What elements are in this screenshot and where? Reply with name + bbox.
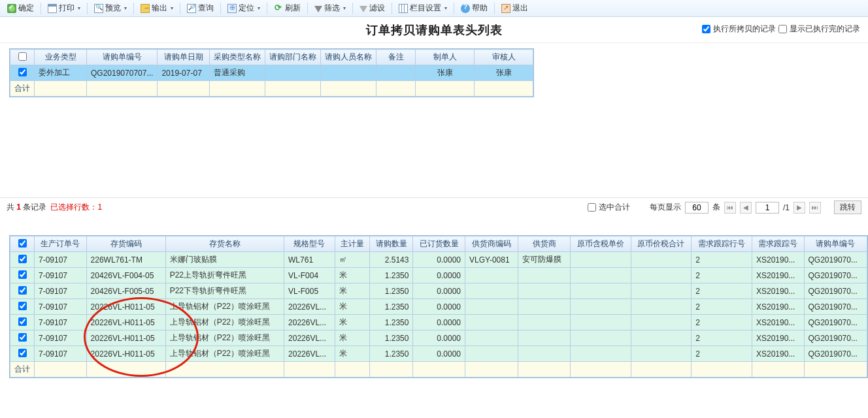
row-checkbox[interactable] <box>18 349 27 357</box>
row-checkbox[interactable] <box>18 68 27 76</box>
columns-button[interactable]: 栏目设置 <box>395 1 450 16</box>
column-header[interactable]: 已订货数量 <box>413 236 465 252</box>
column-header[interactable]: 制单人 <box>416 50 475 65</box>
column-header[interactable]: 请购单编号 <box>804 236 867 252</box>
separator <box>87 3 88 14</box>
status-bar: 共 1 条记录 已选择行数：1 选中合计 每页显示 条 ⏮ ◀ /1 ▶ ⏭ 跳… <box>0 197 868 217</box>
export-button[interactable]: 输出 <box>137 1 176 16</box>
row-checkbox[interactable] <box>18 286 27 295</box>
check-total-checkbox[interactable] <box>588 203 596 212</box>
preview-button[interactable]: 预览 <box>91 1 130 16</box>
column-header[interactable]: 请购部门名称 <box>265 50 321 65</box>
cell <box>570 315 631 330</box>
column-header[interactable]: 存货名称 <box>165 236 284 252</box>
show-done-checkbox[interactable] <box>778 25 787 33</box>
select-all-checkbox[interactable] <box>18 52 27 61</box>
column-header[interactable]: 请购单日期 <box>158 50 210 65</box>
table-row[interactable]: 7-0910720226VL-H011-05上导轨铝材（P22）喷涂旺黑2022… <box>10 299 867 315</box>
table-row[interactable]: 委外加工 QG2019070707... 2019-07-07 普通采购 张康 … <box>10 65 533 81</box>
column-header[interactable]: 业务类型 <box>35 50 87 65</box>
row-checkbox[interactable] <box>18 333 27 342</box>
cell-dept <box>265 65 321 81</box>
exit-icon <box>501 4 510 13</box>
column-header[interactable]: 审核人 <box>475 50 533 65</box>
separator <box>352 3 353 14</box>
cell <box>10 346 35 362</box>
column-header[interactable]: 生产订单号 <box>35 236 87 252</box>
exec-copied-checkbox[interactable] <box>702 25 710 33</box>
exit-button[interactable]: 退出 <box>498 1 531 16</box>
table-row[interactable]: 7-0910720226VL-H011-05上导轨铝材（P22）喷涂旺黑2022… <box>10 346 867 362</box>
cell <box>465 299 518 315</box>
cell: 2 <box>692 330 752 346</box>
separator <box>454 3 454 14</box>
page-size-input[interactable] <box>685 202 709 214</box>
column-header[interactable]: 请购人员名称 <box>321 50 376 65</box>
refresh-icon <box>274 4 283 13</box>
row-checkbox[interactable] <box>18 302 27 310</box>
filterset-label: 滤设 <box>369 3 385 14</box>
column-header[interactable]: 原币含税单价 <box>570 236 631 252</box>
select-all-checkbox[interactable] <box>18 239 27 248</box>
filter-button[interactable]: 筛选 <box>311 1 349 16</box>
column-header[interactable]: 规格型号 <box>284 236 335 252</box>
column-header[interactable]: 请购数量 <box>369 236 413 252</box>
column-header[interactable]: 存货编码 <box>86 236 165 252</box>
page-current-input[interactable] <box>756 202 779 214</box>
table-row[interactable]: 7-09107226WL761-TM米娜门玻贴膜WL761㎡2.51430.00… <box>10 252 867 268</box>
separator <box>41 3 41 14</box>
print-button[interactable]: 打印 <box>44 1 84 16</box>
column-header[interactable]: 需求跟踪行号 <box>692 236 752 252</box>
cell: P22下导轨折弯件旺黑 <box>165 283 284 299</box>
column-header[interactable]: 备注 <box>376 50 416 65</box>
filterset-button[interactable]: 滤设 <box>356 1 388 16</box>
column-header[interactable]: 请购单编号 <box>87 50 158 65</box>
row-checkbox[interactable] <box>18 317 27 326</box>
cell <box>465 283 518 299</box>
cell-auditor: 张康 <box>475 65 533 81</box>
cell: 0.0000 <box>413 268 465 283</box>
cell <box>518 283 571 299</box>
table-row[interactable]: 7-0910720426VL-F004-05P22上导轨折弯件旺黑VL-F004… <box>10 268 867 283</box>
cell: VL-F005 <box>284 283 335 299</box>
refresh-button[interactable]: 刷新 <box>271 1 304 16</box>
table-row[interactable]: 7-0910720226VL-H011-05上导轨铝材（P22）喷涂旺黑2022… <box>10 330 867 346</box>
query-button[interactable]: 查询 <box>184 1 217 16</box>
locate-button[interactable]: 定位 <box>224 1 263 16</box>
selected-rows: 已选择行数：1 <box>50 202 102 213</box>
column-header[interactable]: 主计量 <box>335 236 369 252</box>
column-header[interactable]: 需求跟踪号 <box>752 236 804 252</box>
next-page-button[interactable]: ▶ <box>793 202 805 214</box>
cell <box>10 252 35 268</box>
cell-biztype: 委外加工 <box>35 65 87 81</box>
table-row[interactable]: 7-0910720426VL-F005-05P22下导轨折弯件旺黑VL-F005… <box>10 283 867 299</box>
toolbar: 确定 打印 预览 输出 查询 定位 刷新 筛选 滤设 栏目设置 帮助 退出 <box>0 0 868 17</box>
confirm-button[interactable]: 确定 <box>4 1 37 16</box>
prev-page-button[interactable]: ◀ <box>740 202 752 214</box>
table-row[interactable]: 7-0910720226VL-H011-05上导轨铝材（P22）喷涂旺黑2022… <box>10 315 867 330</box>
column-header[interactable]: 采购类型名称 <box>210 50 265 65</box>
cell <box>465 346 518 362</box>
cell: 0.0000 <box>413 252 465 268</box>
column-header[interactable] <box>10 50 35 65</box>
separator <box>133 3 134 14</box>
sum-row: 合计 <box>10 81 533 97</box>
cell: 20226VL... <box>284 315 335 330</box>
cell <box>570 283 631 299</box>
page-title: 订单拷贝请购单表头列表 <box>366 22 503 38</box>
column-header[interactable]: 供货商 <box>518 236 571 252</box>
row-checkbox[interactable] <box>18 255 27 263</box>
first-page-button[interactable]: ⏮ <box>724 202 736 214</box>
locate-label: 定位 <box>239 3 254 14</box>
column-header[interactable]: 原币价税合计 <box>631 236 692 252</box>
export-label: 输出 <box>152 3 167 14</box>
cell <box>518 315 571 330</box>
row-checkbox[interactable] <box>18 270 27 279</box>
column-header[interactable] <box>10 236 35 252</box>
column-header[interactable]: 供货商编码 <box>465 236 518 252</box>
cell <box>570 299 631 315</box>
jump-button[interactable]: 跳转 <box>834 201 861 214</box>
help-button[interactable]: 帮助 <box>458 1 491 16</box>
last-page-button[interactable]: ⏭ <box>809 202 821 214</box>
cell: 米娜门玻贴膜 <box>165 252 284 268</box>
